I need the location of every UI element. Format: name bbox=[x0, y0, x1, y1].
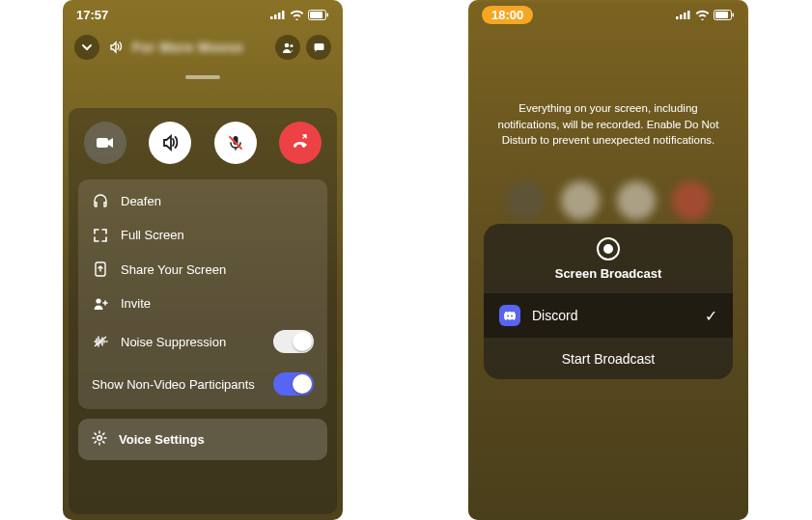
invite-icon bbox=[92, 297, 109, 311]
status-icons bbox=[676, 10, 735, 20]
svg-rect-0 bbox=[270, 16, 273, 19]
status-time-pill[interactable]: 18:00 bbox=[482, 6, 533, 24]
settings-menu: Deafen Full Screen Share Your Screen Inv… bbox=[78, 179, 327, 409]
start-broadcast-label: Start Broadcast bbox=[562, 351, 656, 367]
wifi-icon bbox=[290, 10, 304, 20]
invite-label: Invite bbox=[121, 296, 314, 311]
gear-icon bbox=[92, 430, 107, 449]
svg-rect-9 bbox=[314, 43, 323, 50]
call-controls-row bbox=[78, 118, 327, 170]
show-non-video-toggle[interactable] bbox=[273, 372, 314, 396]
svg-rect-19 bbox=[684, 13, 686, 19]
battery-icon bbox=[308, 10, 329, 20]
noise-suppression-item[interactable]: Noise Suppression bbox=[78, 320, 327, 363]
svg-rect-20 bbox=[687, 11, 690, 19]
camera-icon bbox=[96, 136, 115, 150]
channel-name: For More Moose bbox=[132, 40, 266, 55]
share-screen-icon bbox=[92, 261, 109, 277]
status-bar: 17:57 bbox=[63, 0, 343, 29]
check-icon: ✓ bbox=[705, 307, 717, 325]
svg-rect-17 bbox=[676, 16, 679, 19]
speaker-button[interactable] bbox=[149, 122, 191, 164]
cellular-icon bbox=[270, 10, 286, 19]
voice-settings-label: Voice Settings bbox=[119, 432, 205, 447]
blurred-call-controls bbox=[468, 181, 748, 220]
svg-rect-6 bbox=[327, 13, 329, 16]
record-icon bbox=[597, 237, 620, 260]
svg-point-14 bbox=[96, 298, 100, 303]
start-broadcast-button[interactable]: Start Broadcast bbox=[484, 339, 733, 379]
invite-item[interactable]: Invite bbox=[78, 287, 327, 320]
svg-point-7 bbox=[284, 42, 289, 47]
call-header: For More Moose bbox=[63, 29, 343, 75]
svg-rect-22 bbox=[715, 12, 728, 18]
noise-suppression-toggle[interactable] bbox=[273, 330, 314, 353]
chat-button[interactable] bbox=[306, 35, 331, 60]
mute-button[interactable] bbox=[214, 122, 257, 164]
ios-screen-broadcast-phone: 18:00 Everything on your screen, includi… bbox=[468, 0, 748, 520]
svg-point-8 bbox=[290, 43, 293, 46]
battery-icon bbox=[714, 10, 735, 20]
share-screen-label: Share Your Screen bbox=[121, 262, 314, 277]
screen-broadcast-sheet: Screen Broadcast Discord ✓ Start Broadca… bbox=[484, 224, 733, 379]
svg-rect-23 bbox=[733, 13, 735, 16]
broadcast-disclaimer: Everything on your screen, including not… bbox=[468, 29, 748, 149]
svg-rect-5 bbox=[310, 12, 322, 18]
deafen-label: Deafen bbox=[121, 194, 314, 208]
discord-app-icon bbox=[499, 305, 520, 326]
svg-rect-10 bbox=[97, 138, 108, 148]
voice-settings-button[interactable]: Voice Settings bbox=[78, 419, 327, 460]
discord-call-settings-phone: 17:57 For More Moose bbox=[63, 0, 343, 520]
hangup-button[interactable] bbox=[279, 122, 322, 164]
hangup-icon bbox=[291, 133, 310, 152]
noise-suppression-label: Noise Suppression bbox=[121, 335, 262, 349]
show-non-video-item[interactable]: Show Non-Video Participants bbox=[78, 363, 327, 405]
fullscreen-label: Full Screen bbox=[121, 228, 314, 242]
volume-icon bbox=[109, 41, 123, 54]
svg-point-16 bbox=[98, 436, 102, 441]
call-settings-sheet: Deafen Full Screen Share Your Screen Inv… bbox=[69, 108, 337, 514]
deafen-item[interactable]: Deafen bbox=[78, 183, 327, 218]
svg-point-25 bbox=[511, 315, 513, 316]
svg-rect-2 bbox=[278, 13, 281, 19]
share-screen-item[interactable]: Share Your Screen bbox=[78, 252, 327, 287]
status-icons bbox=[270, 10, 329, 20]
camera-button[interactable] bbox=[84, 122, 126, 164]
broadcast-app-name: Discord bbox=[532, 308, 693, 323]
fullscreen-icon bbox=[92, 229, 109, 242]
svg-rect-18 bbox=[680, 14, 683, 19]
wifi-icon bbox=[695, 10, 710, 20]
show-non-video-label: Show Non-Video Participants bbox=[92, 377, 262, 392]
status-time: 17:57 bbox=[76, 8, 108, 22]
svg-rect-1 bbox=[274, 14, 277, 19]
cellular-icon bbox=[676, 10, 691, 19]
mic-off-icon bbox=[227, 134, 244, 151]
broadcast-app-row[interactable]: Discord ✓ bbox=[484, 292, 733, 339]
svg-rect-3 bbox=[282, 11, 285, 19]
headphones-icon bbox=[92, 193, 109, 208]
collapse-button[interactable] bbox=[74, 35, 99, 60]
chevron-down-icon bbox=[81, 41, 93, 53]
fullscreen-item[interactable]: Full Screen bbox=[78, 218, 327, 252]
members-button[interactable] bbox=[275, 35, 300, 60]
drag-handle[interactable] bbox=[185, 75, 220, 79]
noise-icon bbox=[92, 335, 109, 348]
speaker-icon bbox=[161, 134, 179, 151]
broadcast-title: Screen Broadcast bbox=[555, 266, 662, 281]
people-icon bbox=[282, 41, 294, 54]
chat-icon bbox=[313, 41, 325, 54]
svg-point-24 bbox=[507, 315, 509, 316]
status-bar: 18:00 bbox=[468, 0, 748, 29]
broadcast-header: Screen Broadcast bbox=[484, 224, 733, 292]
